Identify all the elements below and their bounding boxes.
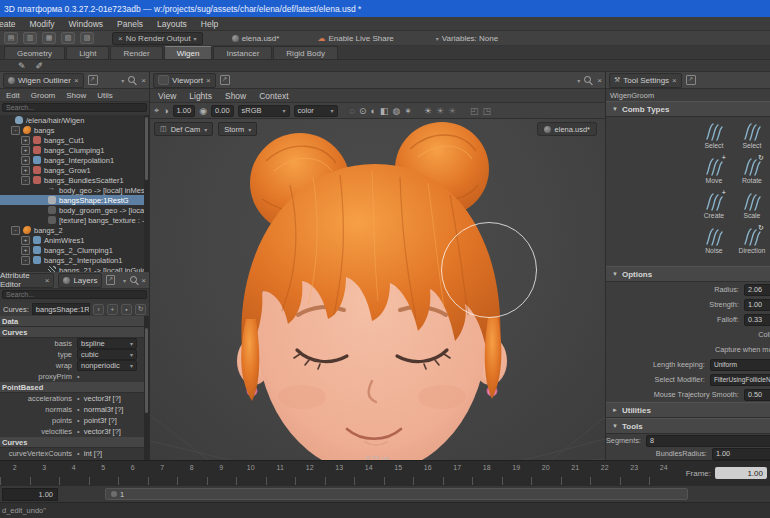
outliner-search-input[interactable] [2, 103, 147, 112]
effects-icon[interactable]: ✶ [404, 106, 412, 116]
close-icon[interactable]: × [597, 76, 602, 85]
menu-item[interactable]: Panels [117, 19, 143, 29]
popout-icon[interactable]: ↗ [686, 75, 696, 85]
flag-icon[interactable]: ▧ [61, 32, 75, 44]
search-icon[interactable] [130, 276, 137, 285]
expander-icon[interactable] [21, 256, 30, 265]
frame-selected-icon[interactable]: ◳ [483, 106, 492, 116]
chevron-down-icon[interactable]: ▾ [123, 277, 126, 284]
tree-row[interactable]: bangs [0, 125, 149, 135]
comb-tool-button[interactable]: Noise [696, 226, 732, 260]
tree-row[interactable]: bangsShape:1RestG [0, 195, 149, 205]
add-icon[interactable]: + [107, 304, 118, 315]
popout-icon[interactable]: ↗ [88, 75, 98, 85]
segments-field[interactable]: 8 [646, 435, 770, 447]
timeline-tick[interactable]: 24 [649, 461, 678, 485]
tree-row[interactable]: body_geo -> [local] inMesh [0, 185, 149, 195]
attribute-row[interactable]: curveVertexCounts int [?] int [?] [0, 448, 149, 459]
tree-row[interactable]: /elena/hair/Wigen [0, 115, 149, 125]
expander-icon[interactable] [11, 226, 20, 235]
comb-tool-button[interactable]: Select [734, 121, 770, 155]
layers-tab[interactable]: Layers [58, 273, 102, 288]
timeline-tick[interactable]: 5 [89, 461, 119, 485]
pin-icon[interactable]: ▪ [121, 304, 132, 315]
attribute-dropdown[interactable]: bspline [77, 338, 137, 349]
timeline-tick[interactable]: 21 [561, 461, 591, 485]
attribute-row[interactable]: basis bspline bspline [0, 338, 149, 349]
stage-badge[interactable]: elena.usd* [537, 122, 597, 136]
chevron-down-icon[interactable]: ▾ [577, 77, 580, 84]
workspace-tab[interactable]: Rigid Body [273, 46, 338, 59]
refresh-icon[interactable]: ↻ [135, 304, 146, 315]
timeline-tick[interactable]: 23 [620, 461, 650, 485]
frame-field[interactable]: 1.00 [715, 467, 767, 479]
timeline-tick[interactable]: 19 [502, 461, 532, 485]
tree-row[interactable]: bangs_2_Interpolation1 [0, 255, 149, 265]
prev-icon[interactable]: ‹ [93, 304, 104, 315]
timeline-ticks[interactable]: 23456789101112131415161718192021222324 [0, 461, 678, 485]
display-dropdown[interactable]: color ▾ [294, 105, 338, 117]
layers-icon[interactable]: ▦ [42, 32, 56, 44]
timeline-tick[interactable]: 14 [354, 461, 384, 485]
option-value-field[interactable]: 0.33 [744, 314, 770, 326]
bundles-radius-field[interactable]: 1.00 [712, 448, 770, 460]
tool-settings-tab[interactable]: ⚒ Tool Settings × [609, 73, 682, 88]
renderer-dropdown[interactable]: Storm ▾ [218, 122, 257, 136]
close-icon[interactable]: × [74, 76, 79, 85]
comb-tool-button[interactable]: + Move [696, 156, 732, 190]
tree-row[interactable]: bangs_2 [0, 225, 149, 235]
close-icon[interactable]: × [141, 76, 146, 85]
option-value-field[interactable]: Uniform [710, 359, 770, 371]
tools-section-header[interactable]: ▼ Tools [606, 418, 770, 434]
workspace-tab[interactable]: Light [66, 46, 109, 59]
expander-icon[interactable] [21, 176, 30, 185]
close-icon[interactable]: × [206, 76, 211, 85]
viewport-menu-item[interactable]: Lights [189, 91, 212, 101]
render-output-button[interactable]: × No Render Output ▾ [112, 32, 203, 45]
attribute-row[interactable]: PointBased [0, 382, 149, 393]
attribute-row[interactable]: points point3f [?] point3f [?] [0, 415, 149, 426]
attribute-row[interactable]: normals normal3f [?] normal3f [?] [0, 404, 149, 415]
viewport-canvas[interactable]: ◫ Def Cam ▾ Storm ▾ elena.usd* [150, 119, 605, 460]
workspace-tab[interactable]: Wigen [164, 46, 213, 59]
attribute-row[interactable]: proxyPrim [0, 371, 149, 382]
expander-icon[interactable] [21, 156, 30, 165]
attribute-row[interactable]: type cubic cubic [0, 349, 149, 360]
key-light-icon[interactable]: ☀ [424, 106, 432, 116]
timeline-tick[interactable]: 10 [236, 461, 266, 485]
option-value-field[interactable]: 2.06 [744, 284, 770, 296]
colorspace-dropdown[interactable]: sRGB ▾ [238, 105, 290, 117]
outliner-menu-item[interactable]: Groom [31, 91, 55, 100]
menu-item[interactable]: Layouts [157, 19, 187, 29]
timeline-tick[interactable]: 3 [30, 461, 60, 485]
live-share-button[interactable]: ☁ Enable Live Share [312, 34, 398, 43]
comb-tool-button[interactable]: ↻ Rotate [734, 156, 770, 190]
shaded-icon[interactable]: ◐ [371, 106, 376, 116]
comb-tool-button[interactable]: Scale [734, 191, 770, 225]
timeline[interactable]: 23456789101112131415161718192021222324 F… [0, 460, 770, 485]
menu-item[interactable]: Modify [30, 19, 55, 29]
chevron-down-icon[interactable]: ▾ [121, 77, 124, 84]
comb-types-section-header[interactable]: ▼ Comb Types [606, 101, 770, 117]
attribute-row[interactable]: accelerations vector3f [?] vector3f [?] [0, 393, 149, 404]
timeline-tick[interactable]: 2 [0, 461, 30, 485]
stage-chip[interactable]: elena.usd* [227, 34, 285, 43]
brush-tool-icon[interactable]: ✎ [18, 61, 26, 71]
expander-icon[interactable] [21, 246, 30, 255]
tree-row[interactable]: bangs_BundlesScatter1 [0, 175, 149, 185]
timeline-tick[interactable]: 7 [148, 461, 178, 485]
outliner-menu-item[interactable]: Show [66, 91, 86, 100]
workspace-tab[interactable]: Instancer [213, 46, 272, 59]
outliner-menu-item[interactable]: Edit [6, 91, 20, 100]
camera-dropdown[interactable]: ◫ Def Cam ▾ [154, 122, 213, 136]
close-icon[interactable]: × [45, 276, 50, 285]
timeline-tick[interactable]: 22 [590, 461, 620, 485]
attribute-row[interactable]: Data [0, 316, 149, 327]
search-icon[interactable] [128, 76, 137, 85]
close-icon[interactable]: × [141, 276, 146, 285]
frame-all-icon[interactable]: ◰ [470, 106, 479, 116]
tree-row[interactable]: [texture] bangs_texture : -> densityMap [0, 215, 149, 225]
menu-item[interactable]: Windows [69, 19, 103, 29]
option-value-field[interactable]: 1.00 [744, 299, 770, 311]
outliner-scrollbar[interactable] [144, 115, 149, 272]
